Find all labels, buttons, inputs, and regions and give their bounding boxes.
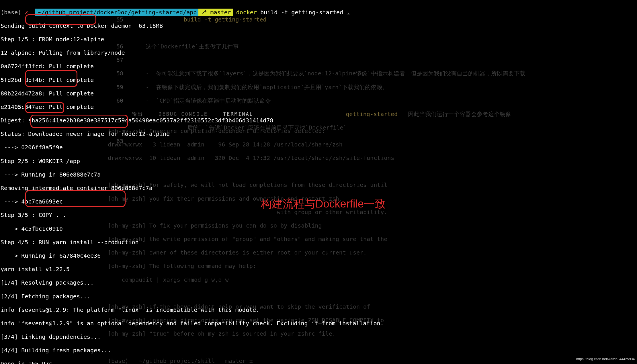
output-line: ---> 4bb7ca6693ec	[1, 198, 637, 205]
cmd-rest: build -t getting-started	[257, 9, 347, 16]
output-line: 0a6724ff3fcd: Pull complete	[1, 63, 637, 70]
output-line: ---> Running in 806e888e7c7a	[1, 171, 637, 178]
output-line: info "fsevents@1.2.9" is an optional dep…	[1, 320, 637, 327]
output-line: Sending build context to Docker daemon 6…	[1, 23, 637, 30]
output-line: ---> 4c5fbc1c0910	[1, 226, 637, 232]
output-line: e21405c347ae: Pull complete	[1, 104, 637, 111]
output-line: 12-alpine: Pulling from library/node	[1, 50, 637, 56]
output-line: 5fd2bdfdbf4b: Pull complete	[1, 77, 637, 84]
output-line: [1/4] Resolving packages...	[1, 279, 637, 286]
prompt-line[interactable]: (base) ✗ ~/github_project/dockerDoc/gett…	[1, 9, 637, 16]
prompt-path: ~/github_project/dockerDoc/getting-start…	[35, 9, 198, 16]
cmd-dot: .	[347, 9, 350, 16]
branch-icon: ⎇	[200, 9, 207, 16]
output-line: info fsevents@1.2.9: The platform "linux…	[1, 307, 637, 314]
prompt-branch: master	[210, 9, 231, 16]
output-line: [4/4] Building fresh packages...	[1, 347, 637, 354]
output-step3: Step 3/5 : COPY . .	[1, 212, 637, 219]
output-line: 80b224d472a8: Pull complete	[1, 90, 637, 97]
output-line: Removing intermediate container 806e888e…	[1, 185, 637, 192]
terminal-output[interactable]: (base) ✗ ~/github_project/dockerDoc/gett…	[0, 0, 637, 364]
output-step2: Step 2/5 : WORKDIR /app	[1, 158, 637, 165]
output-line: ---> Running in 6a7840c4ee36	[1, 253, 637, 259]
output-line: yarn install v1.22.5	[1, 266, 637, 273]
output-line: ---> 0206ff8a5f9e	[1, 144, 637, 151]
output-line: Status: Downloaded newer image for node:…	[1, 131, 637, 138]
prompt-env: (base)	[1, 9, 21, 16]
output-line: [3/4] Linking dependencies...	[1, 334, 637, 340]
output-line: Digest: sha256:41ae2b38e38e387517c59ca50…	[1, 117, 637, 124]
output-line: Done in 165.97s.	[1, 361, 637, 364]
terminal-screenshot: 55 build -t getting-started 56 这个`Docker…	[0, 0, 637, 364]
output-step1: Step 1/5 : FROM node:12-alpine	[1, 36, 637, 43]
output-line: [2/4] Fetching packages...	[1, 293, 637, 300]
watermark: https://blog.csdn.net/weixin_44425934	[576, 356, 635, 363]
output-step4: Step 4/5 : RUN yarn install --production	[1, 239, 637, 246]
close-icon: ✗	[25, 9, 28, 16]
cmd-keyword: docker	[236, 9, 257, 16]
